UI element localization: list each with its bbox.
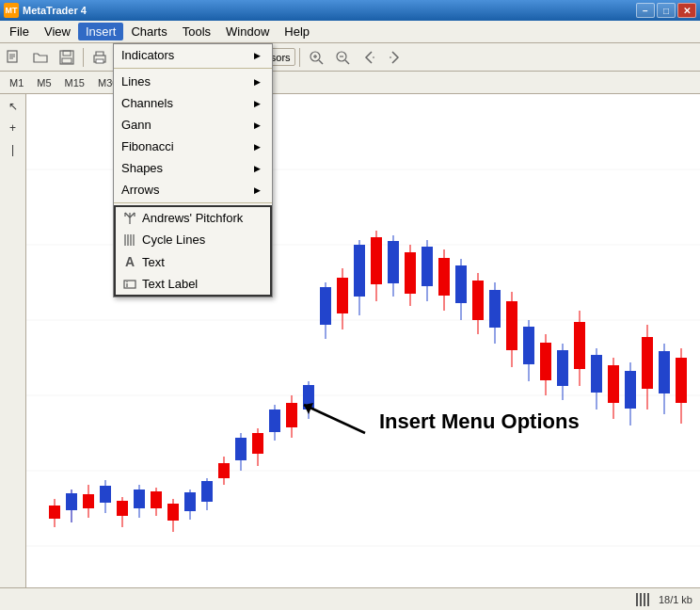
svg-rect-108	[642, 337, 653, 389]
open-icon	[32, 49, 49, 66]
menu-insert[interactable]: Insert	[78, 23, 124, 40]
andrews-pitchfork-label: Andrews' Pitchfork	[142, 211, 243, 225]
svg-rect-54	[184, 492, 196, 511]
separator-1	[114, 68, 272, 69]
menu-lines[interactable]: Lines ▶	[114, 71, 272, 92]
timeframe-bar: M1 M5 M15 M30 H1 H4 D1 W1 MN	[0, 72, 700, 94]
chart-forward-icon	[387, 49, 404, 66]
lines-arrow: ▶	[254, 77, 261, 87]
new-icon	[6, 49, 23, 66]
left-vertical[interactable]: |	[2, 139, 24, 160]
title-bar-buttons: − □ ✕	[636, 3, 696, 18]
status-indicator	[636, 593, 651, 606]
svg-rect-52	[167, 504, 179, 521]
menu-view[interactable]: View	[37, 23, 78, 40]
insert-dropdown: Indicators ▶ Lines ▶ Channels ▶ Gann ▶ F…	[113, 43, 273, 297]
svg-rect-62	[252, 433, 263, 454]
svg-rect-78	[388, 241, 399, 283]
svg-line-1	[125, 213, 130, 217]
svg-rect-90	[489, 290, 501, 328]
toolbar-print[interactable]	[88, 46, 112, 69]
svg-rect-112	[676, 358, 687, 403]
menu-text-label[interactable]: Text Label	[116, 273, 270, 295]
menu-text[interactable]: A Text	[116, 250, 270, 273]
separator	[83, 48, 84, 67]
toolbar-chart-back[interactable]	[357, 46, 381, 69]
left-cursor[interactable]: ↖	[2, 96, 24, 117]
arrows-label: Arrows	[121, 183, 159, 197]
save-icon	[58, 49, 75, 66]
title-bar: MT MetaTrader 4 − □ ✕	[0, 0, 700, 21]
cycle-lines-icon	[123, 233, 136, 247]
menu-window[interactable]: Window	[218, 23, 277, 40]
svg-rect-40	[66, 493, 77, 510]
svg-rect-80	[405, 252, 416, 294]
channels-label: Channels	[121, 96, 173, 110]
svg-rect-110	[659, 351, 670, 393]
fibonacci-arrow: ▶	[254, 142, 261, 152]
svg-text:Insert Menu Options: Insert Menu Options	[379, 409, 580, 433]
toolbar: ⊕ New Order ⚙ Expert Advisors	[0, 43, 700, 72]
menu-file[interactable]: File	[2, 23, 37, 40]
menu-tools[interactable]: Tools	[175, 23, 218, 40]
svg-rect-70	[320, 287, 331, 325]
menu-indicators[interactable]: Indicators ▶	[114, 44, 272, 66]
tf-m15[interactable]: M15	[59, 75, 90, 90]
svg-rect-86	[455, 265, 467, 303]
svg-rect-74	[354, 245, 365, 297]
tf-m5[interactable]: M5	[31, 75, 56, 90]
tf-m1[interactable]: M1	[4, 75, 29, 90]
chart-back-icon	[360, 49, 377, 66]
maximize-button[interactable]: □	[657, 3, 676, 18]
svg-rect-60	[235, 438, 247, 460]
menu-gann[interactable]: Gann ▶	[114, 114, 272, 136]
svg-rect-88	[472, 281, 484, 320]
text-label-label: Text Label	[142, 277, 198, 291]
svg-rect-76	[371, 237, 382, 284]
menu-charts[interactable]: Charts	[123, 23, 174, 40]
toolbar-save[interactable]	[55, 46, 79, 69]
svg-rect-38	[49, 506, 60, 519]
indicators-label: Indicators	[121, 48, 174, 62]
gann-arrow: ▶	[254, 120, 261, 130]
shapes-arrow: ▶	[254, 164, 261, 173]
svg-line-26	[345, 60, 349, 64]
text-icon: A	[123, 254, 136, 269]
text-label-icon	[123, 278, 136, 291]
toolbar-zoom-in[interactable]	[304, 46, 328, 69]
menu-fibonacci[interactable]: Fibonacci ▶	[114, 136, 272, 157]
svg-rect-82	[422, 247, 433, 286]
separator-2	[114, 202, 272, 203]
indicators-arrow: ▶	[254, 51, 261, 60]
svg-rect-18	[62, 58, 72, 63]
channels-arrow: ▶	[254, 99, 261, 108]
svg-rect-94	[523, 327, 534, 364]
text-label: Text	[142, 255, 165, 269]
toolbar-chart-forward[interactable]	[383, 46, 407, 69]
status-info: 18/1 kb	[659, 594, 692, 605]
toolbar-open[interactable]	[28, 46, 53, 69]
zoom-out-icon	[334, 49, 351, 66]
toolbar-zoom-out[interactable]	[330, 46, 355, 69]
svg-line-22	[319, 60, 323, 64]
minimize-button[interactable]: −	[636, 3, 655, 18]
svg-rect-17	[63, 51, 71, 56]
menu-bar: File View Insert Charts Tools Window Hel…	[0, 21, 700, 43]
toolbar-new[interactable]	[2, 46, 26, 69]
status-bar: 18/1 kb	[0, 587, 700, 610]
menu-channels[interactable]: Channels ▶	[114, 92, 272, 114]
menu-cycle-lines[interactable]: Cycle Lines	[116, 229, 270, 250]
menu-shapes[interactable]: Shapes ▶	[114, 157, 272, 179]
menu-help[interactable]: Help	[277, 23, 317, 40]
svg-rect-72	[337, 278, 348, 313]
menu-andrews-pitchfork[interactable]: Andrews' Pitchfork	[116, 207, 270, 229]
pitchfork-icon	[123, 212, 136, 225]
close-button[interactable]: ✕	[677, 3, 696, 18]
svg-rect-84	[438, 258, 450, 296]
main-area: ↖ + |	[0, 94, 700, 587]
menu-arrows[interactable]: Arrows ▶	[114, 179, 272, 201]
svg-rect-100	[574, 322, 585, 369]
left-crosshair[interactable]: +	[2, 118, 24, 138]
svg-line-2	[130, 213, 135, 217]
svg-rect-56	[201, 481, 213, 502]
